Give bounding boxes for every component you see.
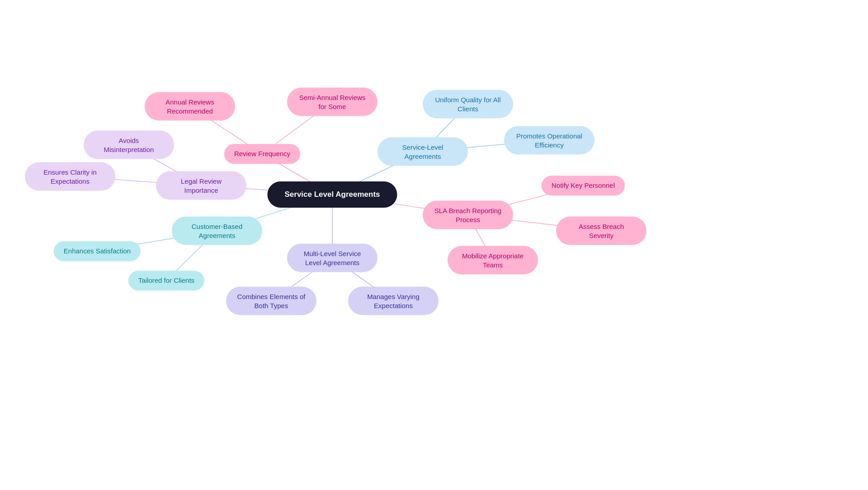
node-manages-varying[interactable]: Manages Varying Expectations bbox=[348, 287, 439, 315]
mindmap-container: Service Level AgreementsReview Frequency… bbox=[0, 0, 868, 490]
center-node[interactable]: Service Level Agreements bbox=[267, 181, 397, 208]
node-assess-breach[interactable]: Assess Breach Severity bbox=[556, 217, 646, 245]
node-service-level-agreements[interactable]: Service-Level Agreements bbox=[377, 138, 468, 166]
node-avoids-misinterpretation[interactable]: Avoids Misinterpretation bbox=[84, 131, 174, 159]
node-uniform-quality[interactable]: Uniform Quality for All Clients bbox=[423, 90, 513, 119]
node-notify-personnel[interactable]: Notify Key Personnel bbox=[542, 176, 625, 195]
node-legal-review[interactable]: Legal Review Importance bbox=[156, 171, 246, 200]
node-combines-elements[interactable]: Combines Elements of Both Types bbox=[226, 287, 316, 315]
node-enhances-satisfaction[interactable]: Enhances Satisfaction bbox=[54, 241, 141, 261]
node-multi-level[interactable]: Multi-Level Service Level Agreements bbox=[287, 244, 377, 272]
node-sla-breach[interactable]: SLA Breach Reporting Process bbox=[423, 201, 513, 229]
node-annual-reviews[interactable]: Annual Reviews Recommended bbox=[145, 92, 235, 121]
node-tailored-clients[interactable]: Tailored for Clients bbox=[128, 271, 204, 290]
node-semi-annual[interactable]: Semi-Annual Reviews for Some bbox=[287, 88, 377, 116]
node-review-frequency[interactable]: Review Frequency bbox=[224, 144, 300, 164]
node-promotes-operational[interactable]: Promotes Operational Efficiency bbox=[504, 126, 594, 155]
node-ensures-clarity[interactable]: Ensures Clarity in Expectations bbox=[25, 162, 115, 191]
node-customer-based[interactable]: Customer-Based Agreements bbox=[172, 217, 262, 245]
node-mobilize-teams[interactable]: Mobilize Appropriate Teams bbox=[448, 246, 538, 275]
